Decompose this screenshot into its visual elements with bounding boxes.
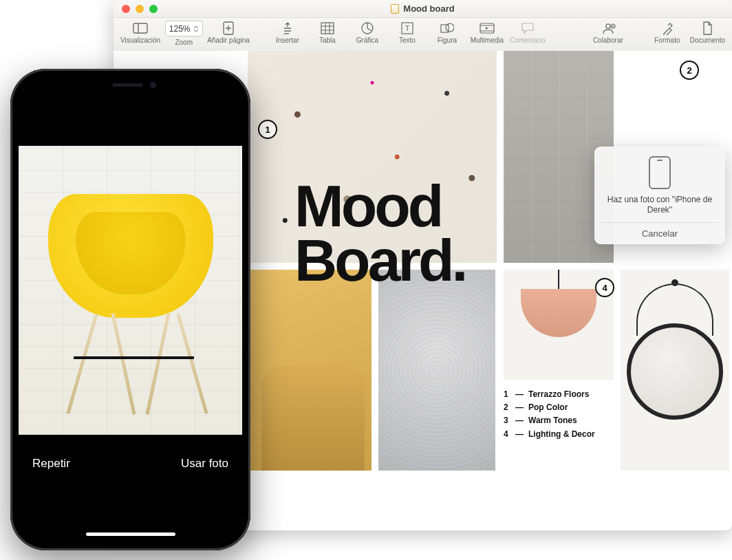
text-icon: T (398, 21, 416, 36)
svg-point-8 (446, 23, 454, 32)
titlebar: Mood board (114, 0, 732, 18)
badge-2[interactable]: 2 (680, 61, 699, 80)
iphone-screen: Repetir Usar foto (19, 77, 242, 542)
badge-4[interactable]: 4 (595, 278, 614, 297)
svg-point-10 (606, 24, 610, 28)
iphone-outline-icon (649, 156, 671, 189)
text-button[interactable]: T Texto (387, 21, 427, 44)
comment-button[interactable]: Comentario (507, 21, 548, 44)
add-page-icon (219, 21, 237, 36)
text-label: Texto (399, 36, 416, 44)
toolbar: Visualización 125% Zoom Añadir página In… (114, 18, 732, 54)
image-mirror[interactable] (621, 270, 729, 471)
window-title: Mood board (114, 3, 732, 14)
camera-preview[interactable] (19, 146, 242, 435)
shape-icon (438, 21, 456, 36)
add-page-button[interactable]: Añadir página (204, 21, 252, 44)
document-icon (391, 4, 399, 14)
svg-rect-3 (321, 23, 334, 34)
chart-button[interactable]: Gráfica (347, 21, 387, 44)
svg-rect-0 (133, 23, 147, 33)
legend-row: 3—Warm Tones (504, 414, 614, 427)
view-label: Visualización (120, 36, 160, 44)
table-label: Tabla (319, 36, 336, 44)
svg-text:T: T (405, 24, 410, 32)
document-label: Documento (690, 36, 725, 44)
media-icon (478, 21, 496, 36)
image-sofa[interactable] (248, 270, 372, 471)
chart-icon (358, 21, 376, 36)
chair-icon (48, 194, 213, 318)
shape-label: Figura (438, 36, 457, 44)
shape-button[interactable]: Figura (427, 21, 467, 44)
media-label: Multimedia (471, 36, 504, 44)
collaborate-button[interactable]: Colaborar (588, 21, 628, 44)
iphone-notch (72, 77, 189, 96)
zoom-control[interactable]: 125% Zoom (163, 21, 204, 46)
badge-1[interactable]: 1 (258, 120, 277, 139)
document-icon (698, 21, 716, 36)
title-line1: Mood (294, 179, 465, 233)
popover-message: Haz una foto con "iPhone de Derek" (601, 195, 718, 222)
retake-button[interactable]: Repetir (32, 457, 70, 471)
format-label: Formato (654, 36, 680, 44)
insert-icon (279, 21, 297, 36)
add-page-label: Añadir página (207, 36, 250, 44)
cancel-button[interactable]: Cancelar (601, 222, 718, 244)
iphone-device: Repetir Usar foto (10, 69, 250, 550)
chevron-up-down-icon (193, 26, 199, 32)
collaborate-label: Colaborar (593, 36, 623, 44)
view-icon (131, 21, 149, 36)
legend-row: 4—Lighting & Decor (504, 428, 614, 441)
media-button[interactable]: Multimedia (467, 21, 507, 44)
insert-button[interactable]: Insertar (268, 21, 308, 44)
zoom-label: Zoom (175, 39, 193, 46)
home-indicator[interactable] (86, 532, 175, 536)
table-button[interactable]: Tabla (308, 21, 347, 44)
zoom-dropdown[interactable]: 125% (165, 21, 203, 36)
legend[interactable]: 1—Terrazzo Floors 2—Pop Color 3—Warm Ton… (504, 388, 614, 441)
window-title-text: Mood board (403, 3, 454, 14)
legend-row: 2—Pop Color (504, 401, 614, 414)
continuity-camera-popover: Haz una foto con "iPhone de Derek" Cance… (594, 147, 725, 244)
insert-label: Insertar (276, 36, 299, 44)
table-icon (319, 21, 336, 36)
page-title[interactable]: Mood Board. (294, 179, 465, 288)
comment-label: Comentario (510, 36, 546, 44)
image-fur[interactable] (378, 270, 495, 471)
comment-icon (519, 21, 537, 36)
format-button[interactable]: Formato (647, 21, 687, 44)
title-line2: Board. (294, 233, 465, 288)
legend-row: 1—Terrazzo Floors (504, 388, 614, 401)
chart-label: Gráfica (356, 36, 378, 44)
document-button[interactable]: Documento (687, 21, 728, 44)
use-photo-button[interactable]: Usar foto (181, 457, 228, 471)
collaborate-icon (599, 21, 617, 36)
format-icon (658, 21, 676, 36)
view-button[interactable]: Visualización (118, 21, 163, 44)
camera-action-bar: Repetir Usar foto (19, 409, 242, 542)
zoom-value: 125% (169, 24, 191, 34)
